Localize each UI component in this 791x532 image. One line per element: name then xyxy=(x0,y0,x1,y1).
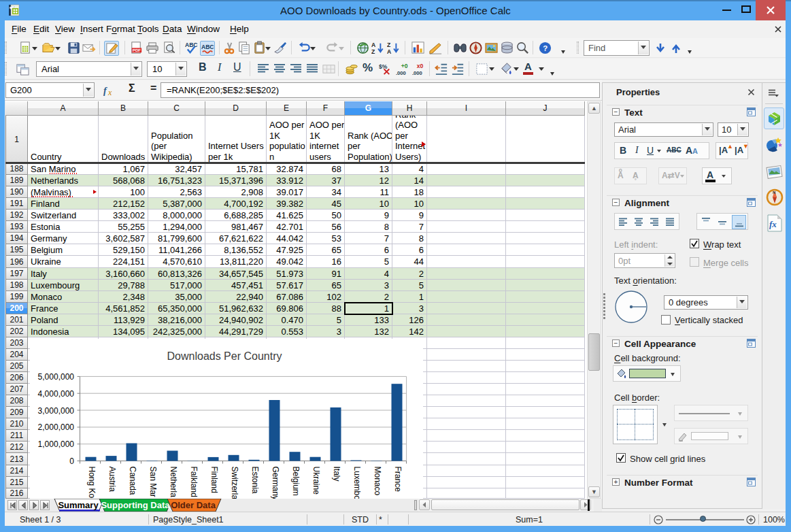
svg-text:Supporting Data: Supporting Data xyxy=(101,500,170,510)
svg-text:2,000,000: 2,000,000 xyxy=(38,422,75,432)
svg-text:ABC: ABC xyxy=(185,41,198,48)
svg-text:0: 0 xyxy=(69,456,74,466)
svg-text:Luxembo: Luxembo xyxy=(352,467,362,499)
svg-text:Summary: Summary xyxy=(58,500,99,510)
svg-text:N: N xyxy=(773,190,775,195)
svg-text:x0: x0 xyxy=(417,63,424,69)
svg-text:San Mar: San Mar xyxy=(148,467,158,497)
svg-text:Estonia: Estonia xyxy=(250,467,260,494)
svg-text:A: A xyxy=(371,41,375,48)
svg-text:Italy: Italy xyxy=(332,467,341,482)
svg-text:Z: Z xyxy=(371,48,375,55)
svg-text:Older Data: Older Data xyxy=(171,500,216,510)
svg-text:$%: $% xyxy=(379,63,388,70)
svg-text:Hong Ko: Hong Ko xyxy=(87,467,97,499)
svg-text:PDF: PDF xyxy=(133,48,141,52)
svg-text:Finland: Finland xyxy=(209,467,219,493)
svg-text:+0: +0 xyxy=(401,63,408,69)
svg-text:.000: .000 xyxy=(412,70,422,76)
svg-text:Downloads Per Country: Downloads Per Country xyxy=(167,350,282,362)
svg-text:Switzerla: Switzerla xyxy=(230,467,239,499)
svg-text:Falkland: Falkland xyxy=(189,467,199,497)
svg-text:1,000,000: 1,000,000 xyxy=(38,439,75,449)
svg-text:3,000,000: 3,000,000 xyxy=(38,406,75,416)
svg-text:Netherla: Netherla xyxy=(169,467,178,498)
svg-text:x: x xyxy=(107,88,112,97)
svg-text:5,000,000: 5,000,000 xyxy=(38,372,75,382)
svg-text:A: A xyxy=(387,48,391,55)
svg-text:Austria: Austria xyxy=(107,467,117,493)
svg-text:France: France xyxy=(393,467,403,493)
svg-text:Z: Z xyxy=(387,41,390,48)
svg-text:Monaco: Monaco xyxy=(373,467,382,496)
svg-text:Belgium: Belgium xyxy=(291,467,301,496)
svg-text:?: ? xyxy=(543,44,548,52)
svg-text:Ukraine: Ukraine xyxy=(312,467,321,495)
svg-text:Canada: Canada xyxy=(128,467,137,495)
svg-text:.000: .000 xyxy=(396,70,406,76)
svg-text:Germany: Germany xyxy=(271,467,280,499)
svg-text:f: f xyxy=(103,86,107,96)
svg-text:fx: fx xyxy=(769,219,777,229)
svg-text:ABC: ABC xyxy=(201,44,214,50)
svg-text:4,000,000: 4,000,000 xyxy=(38,389,75,399)
